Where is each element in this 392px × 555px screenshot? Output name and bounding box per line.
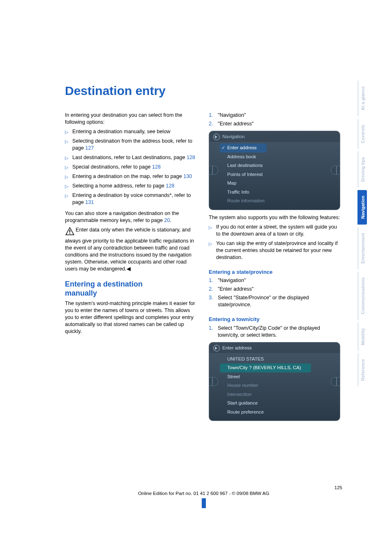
menu-item-label: Route preference xyxy=(227,409,264,414)
option-text: Special destinations, refer to page xyxy=(72,164,152,170)
option-item: ▷Entering a destination by voice command… xyxy=(65,192,198,206)
menu-item-label: Map xyxy=(227,180,236,185)
page-link[interactable]: 131 xyxy=(85,199,94,205)
menu-item[interactable]: Points of Interest xyxy=(220,170,340,179)
h2-line2: manually xyxy=(65,289,97,297)
side-tab-at-a-glance[interactable]: At a glance xyxy=(357,81,367,116)
page: Destination entry In entering your desti… xyxy=(0,0,392,555)
step-text: "Enter address" xyxy=(218,286,254,292)
nav-icon-2 xyxy=(213,345,220,352)
menu-item-label: Last destinations xyxy=(227,163,263,168)
idrive-screenshot-enter-address: Enter address UNITED STATESTown/City ? (… xyxy=(209,342,340,421)
support-text: You can skip the entry of state/province… xyxy=(216,240,338,260)
menu-item[interactable]: Last destinations xyxy=(220,161,340,170)
step-item: 1."Navigation" xyxy=(209,112,342,119)
side-tab-controls[interactable]: Controls xyxy=(357,119,367,149)
warning-icon xyxy=(65,227,75,238)
page-number: 125 xyxy=(65,485,342,490)
footer-line: Online Edition for Part no. 01 41 2 600 … xyxy=(65,491,342,496)
h2-line1: Entering a destination xyxy=(65,280,143,288)
menu-item[interactable]: Route information xyxy=(220,197,340,206)
option-text: Selecting a home address, refer to page xyxy=(72,183,166,189)
idrive-screenshot-navigation: Navigation ✓Enter addressAddress bookLas… xyxy=(209,131,340,210)
menu-item-label: Start guidance xyxy=(227,400,258,405)
menu-item-label: UNITED STATES xyxy=(227,356,264,361)
step-item: 1.Select "Town/City/Zip Code" or the dis… xyxy=(209,325,342,339)
menu-item-label: Address book xyxy=(227,154,256,159)
steps-state: 1."Navigation"2."Enter address"3.Select … xyxy=(209,277,342,308)
right-column: 1."Navigation"2."Enter address" Navigati… xyxy=(209,112,342,425)
side-tab-driving-tips[interactable]: Driving tips xyxy=(357,151,367,188)
step-number: 3. xyxy=(209,294,213,301)
store-text-b: . xyxy=(170,217,172,223)
side-tab-mobility[interactable]: Mobility xyxy=(357,322,367,351)
menu-item-label: Street xyxy=(227,374,240,379)
step-number: 2. xyxy=(209,286,213,293)
menu2-title: Enter address xyxy=(222,345,252,352)
step-number: 2. xyxy=(209,120,213,127)
page-link[interactable]: 127 xyxy=(85,145,94,151)
support-text: If you do not enter a street, the system… xyxy=(216,224,337,237)
page-link[interactable]: 130 xyxy=(183,173,192,179)
menu-item[interactable]: Route preference xyxy=(220,408,340,417)
option-item: ▷Entering a destination manually, see be… xyxy=(65,128,198,135)
option-text: Entering a destination manually, see bel… xyxy=(72,129,171,134)
menu-item[interactable]: Traffic Info xyxy=(220,188,340,197)
menu-item[interactable]: Street xyxy=(220,372,340,382)
two-columns: In entering your destination you can sel… xyxy=(65,112,342,425)
menu-item-label: Enter address xyxy=(227,145,257,150)
nav-icon xyxy=(213,134,220,140)
option-item: ▷Selecting a home address, refer to page… xyxy=(65,183,198,190)
manual-para: The system's word-matching principle mak… xyxy=(65,300,198,335)
option-item: ▷Special destinations, refer to page 128 xyxy=(65,164,198,171)
option-item: ▷Last destinations, refer to Last destin… xyxy=(65,154,198,161)
menu-item[interactable]: Intersection xyxy=(220,390,340,399)
left-column: In entering your destination you can sel… xyxy=(65,112,198,425)
menu-item[interactable]: House number xyxy=(220,381,340,390)
side-tab-entertainment[interactable]: Entertainment xyxy=(357,227,367,269)
footer-mark xyxy=(202,498,206,508)
support-item: ▷You can skip the entry of state/provinc… xyxy=(209,240,342,261)
menu2-title-bar: Enter address xyxy=(209,342,340,353)
side-tab-communications[interactable]: Communications xyxy=(357,272,367,320)
triangle-icon: ▷ xyxy=(65,183,68,190)
menu-item[interactable]: Address book xyxy=(220,153,340,162)
page-link[interactable]: 128 xyxy=(152,164,161,170)
step-text: Select "Town/City/Zip Code" or the displ… xyxy=(218,325,320,338)
svg-rect-2 xyxy=(69,230,70,232)
step-item: 2."Enter address" xyxy=(209,120,342,127)
check-icon: ✓ xyxy=(221,145,225,151)
support-list: ▷If you do not enter a street, the syste… xyxy=(209,224,342,261)
step-text: "Navigation" xyxy=(218,112,246,118)
menu1-title: Navigation xyxy=(222,134,244,140)
menu-item-label: Points of Interest xyxy=(227,172,263,177)
triangle-icon: ▷ xyxy=(65,155,68,161)
menu-item[interactable]: Start guidance xyxy=(220,399,340,408)
page-title: Destination entry xyxy=(65,84,342,98)
page-link[interactable]: 128 xyxy=(166,183,175,189)
warning-block: Enter data only when the vehicle is stat… xyxy=(65,227,198,273)
menu-item[interactable]: Map xyxy=(220,179,340,188)
page-link[interactable]: 128 xyxy=(187,155,195,160)
triangle-icon: ▷ xyxy=(65,174,68,180)
support-intro: The system also supports you with the fo… xyxy=(209,214,342,221)
heading-town: Entering a town/city xyxy=(209,316,342,323)
step-number: 1. xyxy=(209,277,213,284)
intro-text: In entering your destination you can sel… xyxy=(65,112,198,126)
support-item: ▷If you do not enter a street, the syste… xyxy=(209,224,342,238)
option-text: Last destinations, refer to Last destina… xyxy=(72,155,187,160)
side-tab-navigation[interactable]: Navigation xyxy=(357,190,367,224)
store-text-a: You can also store a navigation destinat… xyxy=(65,210,179,223)
side-tab-reference[interactable]: Reference xyxy=(357,353,367,386)
heading-state: Entering a state/province xyxy=(209,268,342,276)
menu-item-label: Town/City ? (BEVERLY HILLS, CA) xyxy=(227,365,301,370)
menu-item[interactable]: ✓Enter address xyxy=(220,143,267,153)
store-link[interactable]: 20 xyxy=(164,217,170,223)
option-item: ▷Selecting destination from the address … xyxy=(65,138,198,152)
menu-item[interactable]: UNITED STATES xyxy=(220,355,340,364)
menu-item[interactable]: Town/City ? (BEVERLY HILLS, CA) xyxy=(220,363,311,372)
triangle-icon: ▷ xyxy=(65,129,68,135)
page-footer: 125 Online Edition for Part no. 01 41 2 … xyxy=(65,485,342,509)
triangle-icon: ▷ xyxy=(65,193,68,199)
step-number: 1. xyxy=(209,112,213,119)
